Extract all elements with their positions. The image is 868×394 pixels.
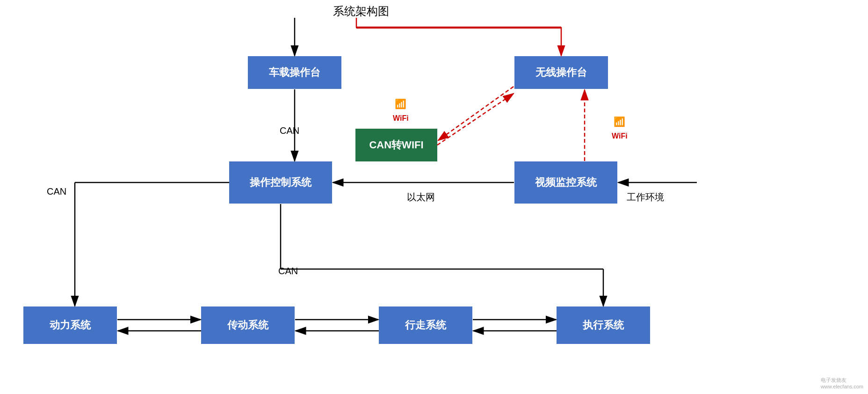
can-wifi-box: CAN转WIFI [355,129,437,161]
operator-label: 系统架构图 [333,4,389,19]
svg-line-28 [437,94,514,145]
power-box: 动力系统 [23,306,117,344]
ethernet-label: 以太网 [407,191,435,204]
video-monitor-box: 视频监控系统 [514,161,617,204]
wifi1-icon: 📶 WiFi [393,98,409,124]
wireless-console-box: 无线操作台 [514,56,608,89]
can1-label: CAN [280,125,299,136]
execution-box: 执行系统 [557,306,650,344]
watermark: 电子发烧友www.elecfans.com [821,377,863,389]
op-control-box: 操作控制系统 [229,161,332,204]
diagram-container: 车载操作台 无线操作台 CAN转WIFI 操作控制系统 视频监控系统 动力系统 … [0,0,868,394]
can2-label: CAN [47,186,66,197]
wifi2-icon: 📶 WiFi [612,116,628,142]
svg-line-30 [438,87,514,140]
vehicle-console-box: 车载操作台 [248,56,341,89]
drive-box: 行走系统 [379,306,472,344]
work-env-label: 工作环境 [627,191,664,204]
transmission-box: 传动系统 [201,306,295,344]
can3-label: CAN [278,266,298,277]
